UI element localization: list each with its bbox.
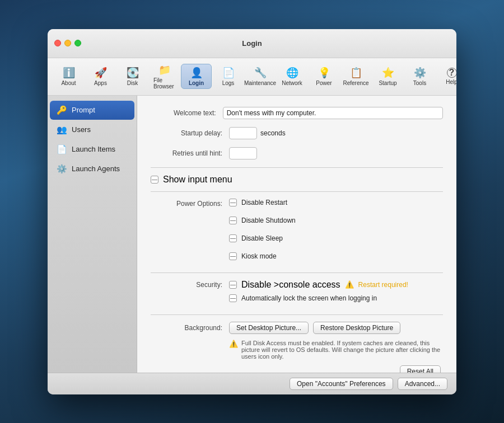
sidebar-launch-items-label: Launch Items	[72, 145, 115, 153]
separator-2	[151, 191, 443, 192]
window-title: Login	[242, 39, 262, 48]
apps-label: Apps	[94, 80, 107, 86]
ds-checkbox-icon: —	[230, 217, 236, 223]
security-label: Security:	[151, 280, 229, 289]
close-button[interactable]	[54, 40, 61, 46]
kiosk-mode-row: — Kiosk mode	[229, 252, 296, 260]
toolbar-item-disk[interactable]: 💽 Disk	[117, 64, 148, 88]
help-label: Help	[446, 79, 456, 85]
toolbar-item-tools[interactable]: ⚙️ Tools	[404, 64, 435, 88]
disable-restart-row: — Disable Restart	[229, 199, 296, 206]
disable-sleep-checkbox[interactable]: —	[229, 234, 237, 242]
sidebar-item-prompt[interactable]: 🔑 Prompt	[50, 101, 134, 120]
toolbar-item-maintenance[interactable]: 🔧 Maintenance	[245, 64, 276, 88]
km-checkbox-icon: —	[230, 253, 236, 259]
security-row: Security: — Disable >console access ⚠️ R…	[151, 280, 443, 308]
disable-shutdown-checkbox[interactable]: —	[229, 217, 237, 224]
welcome-text-label: Welcome text:	[151, 109, 223, 117]
prompt-icon: 🔑	[57, 105, 67, 115]
toolbar-item-apps[interactable]: 🚀 Apps	[85, 64, 116, 88]
disk-icon: 💽	[127, 67, 139, 79]
background-label: Background:	[151, 322, 229, 332]
restart-required-text: Restart required!	[358, 281, 408, 289]
open-accounts-button[interactable]: Open "Accounts" Preferences	[290, 378, 393, 390]
main-layout: 🔑 Prompt 👥 Users 📄 Launch Items ⚙️ Launc…	[48, 96, 456, 373]
disable-shutdown-label: Disable Shutdown	[241, 217, 296, 224]
disable-sleep-row: — Disable Sleep	[229, 234, 296, 242]
checkbox-minus-icon: —	[152, 176, 157, 182]
maximize-button[interactable]	[74, 40, 81, 46]
maintenance-icon: 🔧	[254, 67, 267, 79]
window-controls	[54, 40, 81, 46]
minimize-button[interactable]	[64, 40, 71, 46]
maintenance-label: Maintenance	[244, 80, 276, 86]
file-browser-icon: 📁	[158, 64, 171, 76]
power-icon: 💡	[318, 67, 330, 79]
disable-restart-checkbox[interactable]: —	[229, 199, 237, 206]
seconds-label: seconds	[260, 129, 286, 137]
auto-lock-checkbox[interactable]: —	[229, 294, 237, 302]
show-input-menu-label: Show input menu	[163, 175, 232, 185]
sidebar-item-launch-items[interactable]: 📄 Launch Items	[50, 140, 134, 159]
sidebar-item-users[interactable]: 👥 Users	[50, 120, 134, 139]
help-icon: ?	[447, 68, 457, 78]
main-window: Login ℹ️ About 🚀 Apps 💽 Disk 📁 File Brow…	[48, 29, 456, 394]
restore-desktop-picture-button[interactable]: Restore Desktop Picture	[313, 322, 400, 334]
retries-hint-input[interactable]	[229, 147, 257, 159]
separator-4	[151, 314, 443, 315]
sidebar-launch-agents-label: Launch Agents	[72, 164, 120, 173]
retries-hint-label: Retries until hint:	[151, 149, 229, 157]
sidebar-users-label: Users	[72, 125, 91, 134]
advanced-button[interactable]: Advanced...	[398, 378, 447, 390]
toolbar-item-about[interactable]: ℹ️ About	[53, 64, 84, 88]
sidebar: 🔑 Prompt 👥 Users 📄 Launch Items ⚙️ Launc…	[48, 96, 137, 373]
disable-sleep-label: Disable Sleep	[241, 234, 283, 242]
logs-icon: 📄	[222, 67, 235, 79]
reference-icon: 📋	[350, 67, 362, 79]
sidebar-prompt-label: Prompt	[72, 106, 95, 114]
about-label: About	[61, 80, 76, 86]
background-content: Set Desktop Picture... Restore Desktop P…	[229, 322, 443, 360]
startup-delay-input[interactable]	[229, 127, 257, 139]
login-icon: 👤	[190, 67, 203, 79]
startup-delay-label: Startup delay:	[151, 129, 229, 137]
bottom-bar: Open "Accounts" Preferences Advanced...	[48, 373, 456, 394]
apps-icon: 🚀	[95, 67, 107, 79]
welcome-text-input[interactable]	[223, 107, 443, 119]
reset-area: Reset All	[151, 365, 443, 373]
background-row: Background: Set Desktop Picture... Resto…	[151, 322, 443, 360]
power-label: Power	[316, 80, 332, 86]
toolbar-item-startup[interactable]: ⭐ Startup	[372, 64, 403, 88]
toolbar-item-login[interactable]: 👤 Login	[181, 64, 212, 89]
launch-agents-icon: ⚙️	[57, 164, 67, 174]
background-warning-box: ⚠️ Full Disk Access must be enabled. If …	[229, 340, 443, 360]
set-desktop-picture-button[interactable]: Set Desktop Picture...	[229, 322, 309, 334]
toolbar-item-power[interactable]: 💡 Power	[309, 64, 339, 88]
reset-all-button[interactable]: Reset All	[400, 365, 441, 373]
disable-restart-label: Disable Restart	[241, 199, 287, 206]
power-options-row: Power Options: — Disable Restart — Disab…	[151, 199, 443, 266]
restart-warning-icon: ⚠️	[345, 280, 354, 289]
bg-warning-icon: ⚠️	[229, 340, 238, 348]
dc-checkbox-icon: —	[230, 281, 236, 288]
toolbar-item-network[interactable]: 🌐 Network	[277, 64, 307, 88]
power-options-label: Power Options:	[151, 199, 229, 208]
startup-label: Startup	[379, 80, 396, 86]
toolbar-item-file-browser[interactable]: 📁 File Browser	[149, 62, 180, 92]
toolbar-item-logs[interactable]: 📄 Logs	[213, 64, 244, 88]
content-area: Welcome text: Startup delay: seconds Ret…	[137, 96, 456, 373]
kiosk-mode-checkbox[interactable]: —	[229, 252, 237, 260]
reference-label: Reference	[343, 80, 368, 86]
startup-delay-row: Startup delay: seconds	[151, 127, 443, 139]
toolbar-item-reference[interactable]: 📋 Reference	[340, 64, 371, 88]
separator-1	[151, 167, 443, 168]
sidebar-item-launch-agents[interactable]: ⚙️ Launch Agents	[50, 159, 134, 178]
about-icon: ℹ️	[63, 67, 75, 79]
show-input-menu-checkbox[interactable]: —	[151, 176, 158, 184]
toolbar-item-help[interactable]: ? Help	[436, 65, 456, 87]
disable-shutdown-row: — Disable Shutdown	[229, 217, 296, 224]
startup-icon: ⭐	[382, 67, 394, 79]
show-input-menu-row: — Show input menu	[151, 175, 443, 185]
disable-console-checkbox[interactable]: —	[229, 281, 237, 289]
auto-lock-row: — Automatically lock the screen when log…	[229, 294, 408, 302]
